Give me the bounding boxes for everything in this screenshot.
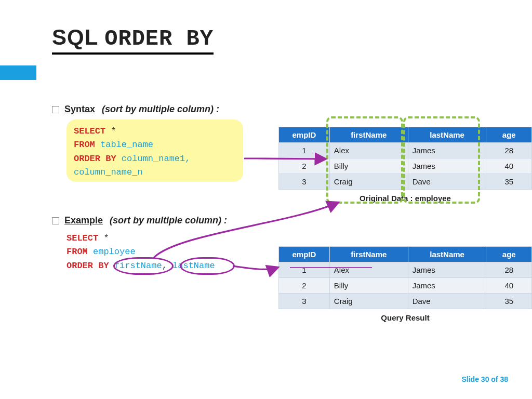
cell: 1	[279, 143, 330, 158]
kw-select: SELECT	[66, 233, 98, 243]
cell: Billy	[329, 278, 408, 294]
cell: Dave	[408, 294, 486, 309]
cell: 2	[279, 158, 330, 174]
kw-select: SELECT	[74, 126, 105, 136]
cell: 40	[486, 158, 532, 174]
slide-title: SQL ORDER BY	[52, 25, 214, 55]
result-table: empID firstName lastName age 1AlexJames2…	[278, 246, 532, 309]
kw-orderby: ORDER BY	[74, 154, 116, 164]
cell: 3	[279, 294, 330, 309]
example-heading: Example (sort by multiple column) :	[52, 215, 227, 226]
table-row: 3CraigDave35	[279, 294, 532, 309]
footer-n: 30	[481, 375, 489, 383]
cell: 28	[486, 262, 532, 278]
footer-total: 38	[500, 375, 508, 383]
example-desc: (sort by multiple column) :	[110, 215, 227, 226]
footer: Slide 30 of 38	[461, 375, 508, 383]
cell: 28	[486, 143, 532, 158]
star: *	[103, 233, 109, 243]
th-age: age	[486, 127, 532, 143]
circle-firstname	[113, 257, 174, 275]
kw-from: FROM	[74, 140, 95, 150]
cell: 1	[279, 262, 330, 278]
cell: James	[408, 262, 486, 278]
code-line: SELECT *	[66, 232, 215, 245]
syntax-label: Syntax	[64, 104, 95, 115]
cell: 35	[486, 294, 532, 309]
dashed-firstname-col	[326, 116, 403, 204]
th-age: age	[486, 247, 532, 262]
kw-from: FROM	[66, 247, 88, 257]
kw-orderby: ORDER BY	[66, 261, 109, 271]
th-empid: empID	[279, 247, 330, 262]
code-line: SELECT *	[74, 125, 236, 138]
th-first: firstName	[329, 247, 408, 262]
footer-of: of	[489, 375, 500, 383]
bullet-icon	[52, 217, 59, 224]
circle-lastname	[180, 257, 235, 275]
table-row: 1AlexJames28	[279, 262, 532, 278]
star: *	[111, 126, 116, 136]
syntax-desc: (sort by multiple column) :	[102, 104, 219, 115]
slide: SQL ORDER BY Syntax (sort by multiple co…	[0, 0, 532, 399]
syntax-heading: Syntax (sort by multiple column) :	[52, 104, 219, 115]
code-line: FROM table_name	[74, 138, 236, 152]
bullet-icon	[52, 106, 59, 113]
title-text: SQL	[52, 25, 104, 49]
cell: 40	[486, 278, 532, 294]
id-coln: column_name_n	[74, 167, 143, 177]
th-last: lastName	[408, 247, 486, 262]
table-header: empID firstName lastName age	[279, 247, 532, 262]
table-row: 2BillyJames40	[279, 278, 532, 294]
id-emp: employee	[93, 247, 136, 257]
footer-prefix: Slide	[461, 375, 481, 383]
cell: 35	[486, 174, 532, 190]
cell: 2	[279, 278, 330, 294]
accent-bar	[0, 65, 36, 80]
cell: 3	[279, 174, 330, 190]
id-col1: column_name1,	[122, 154, 191, 164]
title-code: ORDER BY	[104, 26, 214, 51]
id-table: table_name	[100, 140, 153, 150]
syntax-codebox: SELECT * FROM table_name ORDER BY column…	[66, 119, 243, 182]
example-label: Example	[64, 215, 103, 226]
cell: Craig	[329, 294, 408, 309]
code-line: ORDER BY column_name1,	[74, 152, 236, 166]
cell: James	[408, 278, 486, 294]
th-empid: empID	[279, 127, 330, 143]
result-table-block: empID firstName lastName age 1AlexJames2…	[278, 246, 532, 322]
dashed-lastname-col	[403, 116, 480, 204]
result-caption: Query Result	[278, 313, 532, 322]
code-line: column_name_n	[74, 166, 236, 179]
cell: Alex	[329, 262, 408, 278]
